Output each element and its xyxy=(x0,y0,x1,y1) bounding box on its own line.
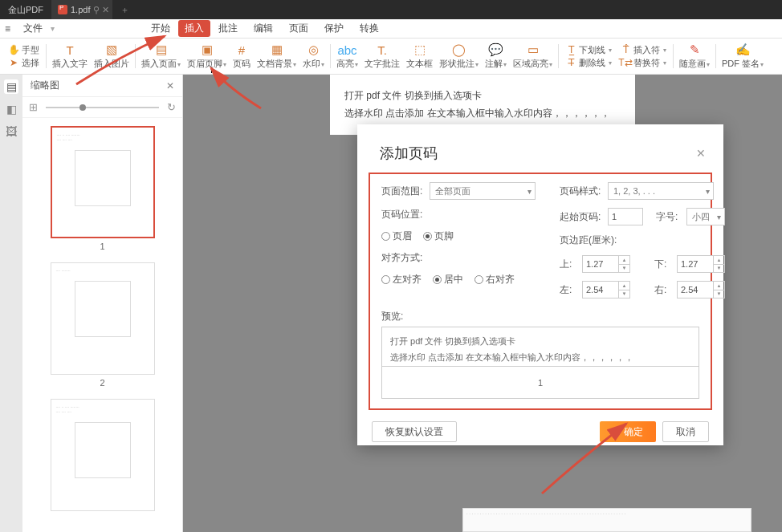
replace-char-button[interactable]: T⇄替换符▾ xyxy=(620,57,666,69)
file-tab[interactable]: 1.pdf ⚲ ✕ xyxy=(51,0,112,19)
signature-icon: ✍ xyxy=(735,43,751,57)
doc-background-button[interactable]: ▦文档背景▾ xyxy=(255,43,299,70)
background-icon: ▦ xyxy=(269,43,285,57)
note-icon: 💬 xyxy=(488,43,504,57)
doc-text-line: 打开 pdf 文件 切换到插入选项卡 xyxy=(344,87,621,105)
shape-comment-button[interactable]: ◯形状批注▾ xyxy=(437,43,481,70)
preview-box: 打开 pdf 文件 切换到插入选项卡 选择水印 点击添加 在文本输入框中输入水印… xyxy=(381,327,699,367)
cancel-button[interactable]: 取消 xyxy=(662,421,709,442)
thumbnail-item[interactable]: ···· ········ 2 xyxy=(31,262,174,388)
attachments-tab-icon[interactable]: 🖾 xyxy=(4,124,18,139)
pdf-sign-button[interactable]: ✍PDF 签名▾ xyxy=(719,43,766,70)
radio-align-right[interactable]: 右对齐 xyxy=(474,273,515,286)
radio-footer[interactable]: 页脚 xyxy=(423,229,454,243)
dialog-close-icon[interactable]: ✕ xyxy=(696,147,706,160)
thumbnail-page[interactable]: ···· ·· ···· ············ ···· ···· xyxy=(51,126,155,238)
hand-icon: ✋ xyxy=(8,44,19,55)
align-label: 对齐方式: xyxy=(381,251,423,265)
restore-defaults-button[interactable]: 恢复默认设置 xyxy=(372,421,457,442)
doc-text-line: 选择水印 点击添加 在文本输入框中输入水印内容，，，，，， xyxy=(344,105,621,123)
hand-tool[interactable]: ✋手型 xyxy=(8,44,39,56)
text-icon: T xyxy=(62,43,78,57)
shapes-icon: ◯ xyxy=(451,43,467,57)
margin-top-label: 上: xyxy=(560,258,576,271)
thumbnail-item[interactable]: ···· ·· ···· ············ ···· ···· 1 xyxy=(31,126,174,251)
insert-page-button[interactable]: ▤插入页面▾ xyxy=(139,43,183,70)
watermark-button[interactable]: ◎水印▾ xyxy=(300,43,327,70)
annotate-button[interactable]: 💬注解▾ xyxy=(483,43,509,70)
menu-annotate[interactable]: 批注 xyxy=(210,22,246,35)
radio-align-center[interactable]: 居中 xyxy=(433,273,463,286)
insert-text-button[interactable]: T插入文字 xyxy=(50,43,90,70)
cursor-icon: ➤ xyxy=(8,57,19,68)
page-number-button[interactable]: #页码 xyxy=(230,43,253,70)
menu-file[interactable]: 文件 xyxy=(15,22,51,35)
thumbnail-item[interactable]: ···· ·· ···· ············ ···· ···· xyxy=(31,399,174,511)
menu-start[interactable]: 开始 xyxy=(143,22,178,35)
radio-header[interactable]: 页眉 xyxy=(381,229,412,243)
thumbnail-number: 1 xyxy=(100,242,104,251)
radio-align-left[interactable]: 左对齐 xyxy=(381,273,422,286)
pin-icon[interactable]: ⚲ xyxy=(93,5,100,15)
area-highlight-button[interactable]: ▭区域高亮▾ xyxy=(511,43,555,70)
menu-protect[interactable]: 保护 xyxy=(316,22,352,35)
margin-bottom-label: 下: xyxy=(654,258,670,271)
page-range-select[interactable]: 全部页面 xyxy=(430,182,536,200)
add-tab-button[interactable]: ＋ xyxy=(112,4,137,16)
rotate-tool-icon[interactable]: ↻ xyxy=(167,101,176,113)
cursor-icon: ↖ xyxy=(210,66,219,79)
caret-icon: T̂ xyxy=(620,44,631,55)
title-bar: 金山PDF 1.pdf ⚲ ✕ ＋ xyxy=(0,0,782,19)
dialog-highlighted-area: 页面范围: 全部页面 页码位置: 页眉 页脚 对齐方式: 左对齐 xyxy=(369,173,712,410)
thumbnail-page[interactable]: ···· ·· ···· ············ ···· ···· xyxy=(51,399,155,511)
pdf-file-icon xyxy=(58,5,67,14)
font-size-select[interactable]: 小四 xyxy=(686,208,725,225)
bookmarks-tab-icon[interactable]: ◧ xyxy=(4,102,18,116)
style-select[interactable]: 1, 2, 3, . . . xyxy=(608,182,714,200)
header-footer-button[interactable]: ▣页眉页脚▾ xyxy=(185,43,229,70)
preview-label: 预览: xyxy=(381,310,699,323)
add-page-number-dialog: 添加页码 ✕ 页面范围: 全部页面 页码位置: 页眉 页脚 xyxy=(357,124,723,445)
dialog-footer: 恢复默认设置 ✓确定 取消 xyxy=(357,410,723,453)
font-size-label: 字号: xyxy=(656,210,680,224)
close-panel-icon[interactable]: ✕ xyxy=(166,80,174,91)
thumbnails-tab-icon[interactable]: ▤ xyxy=(4,79,18,94)
text-comment-button[interactable]: T.文字批注 xyxy=(362,43,402,70)
insert-image-button[interactable]: ▧插入图片 xyxy=(92,43,132,70)
zoom-tool-icon[interactable]: ⊞ xyxy=(29,101,38,113)
thumb-zoom-slider[interactable] xyxy=(46,107,159,108)
dialog-title: 添加页码 ✕ xyxy=(357,124,723,173)
close-tab-icon[interactable]: ✕ xyxy=(102,5,109,15)
image-icon: ▧ xyxy=(104,43,120,57)
select-tool[interactable]: ➤选择 xyxy=(8,57,39,69)
freehand-button[interactable]: ✎随意画▾ xyxy=(677,43,712,70)
menu-insert[interactable]: 插入 xyxy=(178,20,210,37)
textbox-button[interactable]: ⬚文本框 xyxy=(404,43,435,70)
start-page-spinner[interactable] xyxy=(608,208,643,225)
menu-page[interactable]: 页面 xyxy=(281,22,316,35)
textbox-icon: ⬚ xyxy=(412,43,428,57)
highlight-button[interactable]: abc高亮▾ xyxy=(334,43,360,70)
margin-right-spinner[interactable]: ▲▼ xyxy=(677,281,725,298)
start-page-input[interactable] xyxy=(609,209,642,225)
underline-button[interactable]: T̲下划线▾ xyxy=(565,44,612,56)
thumbnail-page[interactable]: ···· ········ xyxy=(51,262,155,375)
insert-char-button[interactable]: T̂插入符▾ xyxy=(620,44,666,56)
ok-button[interactable]: ✓确定 xyxy=(600,421,656,442)
watermark-icon: ◎ xyxy=(306,43,322,57)
menu-toggle-icon[interactable]: ≡ xyxy=(0,23,15,35)
pencil-icon: ✎ xyxy=(686,43,703,57)
slider-handle[interactable] xyxy=(79,104,86,111)
area-highlight-icon: ▭ xyxy=(525,43,541,57)
menu-convert[interactable]: 转换 xyxy=(352,22,387,35)
margin-top-spinner[interactable]: ▲▼ xyxy=(582,255,630,273)
margin-bottom-spinner[interactable]: ▲▼ xyxy=(677,255,725,273)
strikethrough-button[interactable]: T̶删除线▾ xyxy=(565,57,612,69)
margin-left-spinner[interactable]: ▲▼ xyxy=(582,281,630,298)
strikethrough-icon: T̶ xyxy=(565,57,576,68)
preview-footer: 1 xyxy=(381,367,699,399)
thumbnail-list[interactable]: ···· ·· ···· ············ ···· ···· 1 ··… xyxy=(22,118,182,532)
start-page-label: 起始页码: xyxy=(560,210,601,224)
page-number-icon: # xyxy=(234,43,250,57)
menu-edit[interactable]: 编辑 xyxy=(246,22,281,35)
